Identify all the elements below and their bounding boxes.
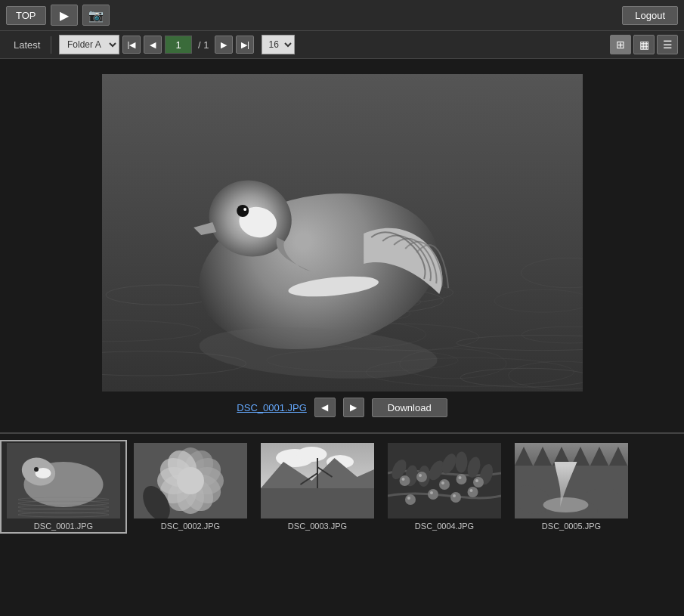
thumbnail-label-3: DSC_0003.JPG — [288, 522, 347, 531]
thumbnail-image-3 — [261, 443, 374, 518]
thumbnail-item-1[interactable]: DSC_0001.JPG — [0, 440, 127, 534]
thumbnail-label-2: DSC_0002.JPG — [161, 522, 220, 531]
view-buttons: ⊞ ▦ ☰ — [610, 35, 678, 54]
camera-button[interactable]: 📷 — [82, 5, 110, 26]
top-bar: TOP ▶ 📷 Logout — [0, 0, 684, 31]
grid-view-button[interactable]: ⊞ — [610, 35, 631, 54]
top-button[interactable]: TOP — [6, 6, 46, 25]
slideshow-icon: ▶ — [60, 8, 69, 23]
thumbnail-image-5 — [515, 443, 628, 518]
main-image-wrapper — [102, 74, 583, 392]
thumb-canvas-3 — [261, 443, 374, 518]
pagination-bar: Latest Folder A Folder B |◀ ◀ / 1 ▶ ▶| 1… — [0, 31, 684, 59]
image-next-button[interactable]: ▶ — [343, 398, 364, 417]
thumbnail-strip: DSC_0001.JPG DSC_0002.JPG DSC_0003.JPG D… — [0, 432, 684, 540]
prev-icon: ◀ — [150, 40, 156, 50]
main-content: DSC_0001.JPG ◀ ▶ Download — [0, 59, 684, 425]
next-icon: ▶ — [221, 40, 227, 50]
thumb-canvas-5 — [515, 443, 628, 518]
main-image-canvas — [102, 74, 583, 392]
thumbnail-item-5[interactable]: DSC_0005.JPG — [508, 440, 635, 534]
thumbnail-image-4 — [388, 443, 501, 518]
grid2-view-button[interactable]: ▦ — [633, 35, 655, 54]
per-page-select[interactable]: 16 32 64 — [262, 35, 295, 54]
image-prev-button[interactable]: ◀ — [314, 398, 336, 417]
folder-select[interactable]: Folder A Folder B — [59, 35, 119, 54]
first-page-button[interactable]: |◀ — [122, 36, 141, 54]
thumb-canvas-2 — [134, 443, 247, 518]
logout-button[interactable]: Logout — [622, 6, 678, 25]
thumbnail-label-1: DSC_0001.JPG — [34, 522, 93, 531]
list-icon: ☰ — [663, 39, 673, 51]
thumb-canvas-4 — [388, 443, 501, 518]
camera-icon: 📷 — [88, 8, 104, 23]
prev-page-button[interactable]: ◀ — [144, 36, 162, 54]
first-icon: |◀ — [128, 40, 136, 50]
slideshow-button[interactable]: ▶ — [51, 5, 78, 26]
image-filename[interactable]: DSC_0001.JPG — [237, 402, 307, 413]
page-total: / 1 — [195, 39, 212, 51]
thumbnail-item-2[interactable]: DSC_0002.JPG — [127, 440, 254, 534]
thumbnail-label-5: DSC_0005.JPG — [542, 522, 601, 531]
list-view-button[interactable]: ☰ — [657, 35, 678, 54]
image-controls: DSC_0001.JPG ◀ ▶ Download — [237, 398, 447, 417]
download-button[interactable]: Download — [372, 398, 447, 417]
page-input[interactable] — [165, 36, 192, 54]
thumbnail-label-4: DSC_0004.JPG — [415, 522, 474, 531]
last-page-button[interactable]: ▶| — [236, 36, 254, 54]
image-next-icon: ▶ — [350, 402, 357, 413]
thumbnail-image-1 — [7, 443, 120, 518]
thumbnail-item-4[interactable]: DSC_0004.JPG — [381, 440, 508, 534]
thumbnail-image-2 — [134, 443, 247, 518]
thumbnail-item-3[interactable]: DSC_0003.JPG — [254, 440, 381, 534]
last-icon: ▶| — [241, 40, 249, 50]
grid2-icon: ▦ — [639, 39, 649, 51]
grid-icon: ⊞ — [616, 39, 625, 51]
thumb-canvas-1 — [7, 443, 120, 518]
next-page-button[interactable]: ▶ — [215, 36, 233, 54]
image-prev-icon: ◀ — [321, 402, 328, 413]
latest-label: Latest — [6, 36, 51, 54]
